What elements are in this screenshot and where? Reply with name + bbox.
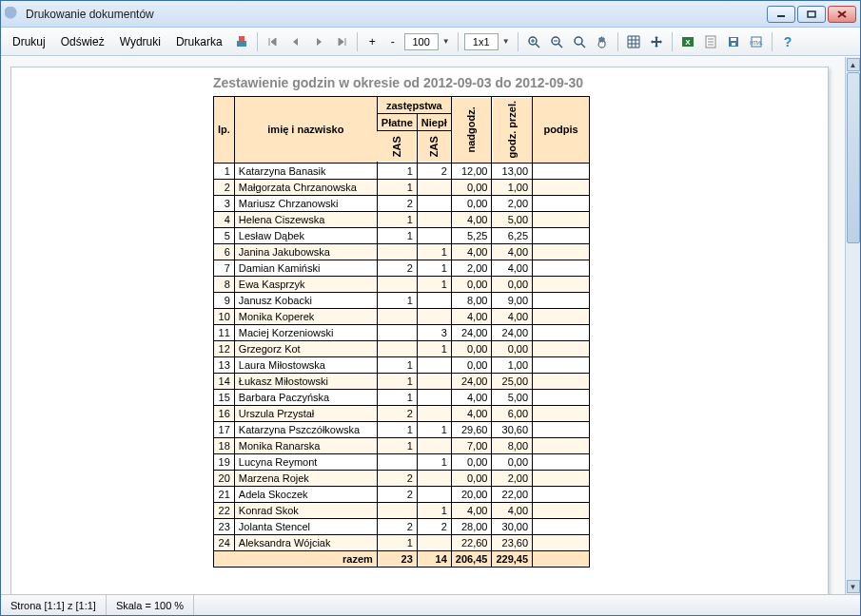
cell-name: Adela Skoczek — [234, 486, 377, 502]
cell-sign — [533, 163, 590, 179]
cell-assigned: 2,00 — [492, 470, 533, 486]
cell-over: 4,00 — [451, 211, 492, 227]
cell-name: Katarzyna Pszczółkowska — [234, 421, 377, 437]
table-row: 6Janina Jakubowska14,004,00 — [214, 243, 590, 260]
col-zas-unpaid: ZAS — [417, 131, 451, 163]
help-icon[interactable]: ? — [778, 32, 797, 51]
cell-lp: 7 — [214, 260, 235, 276]
maximize-button[interactable] — [797, 6, 826, 23]
cell-over: 2,00 — [451, 260, 492, 276]
cell-zas-paid: 2 — [377, 405, 417, 421]
cell-zas-unpaid — [417, 195, 451, 211]
cell-sign — [533, 227, 590, 243]
cell-sign — [533, 340, 590, 356]
cell-zas-unpaid — [417, 534, 451, 550]
scroll-up-button[interactable]: ▲ — [847, 58, 860, 71]
document-area[interactable]: Zestawienie godzin w okresie od 2012-09-… — [1, 57, 845, 594]
scroll-down-button[interactable]: ▼ — [847, 580, 860, 593]
cell-sign — [533, 292, 590, 308]
minimize-button[interactable] — [767, 6, 795, 23]
cell-over: 4,00 — [451, 405, 492, 421]
svg-text:X: X — [685, 38, 691, 47]
cell-sign — [533, 389, 590, 405]
grid-dropdown[interactable]: ▼ — [502, 37, 512, 46]
table-row: 12Grzegorz Kot10,000,00 — [214, 340, 590, 356]
print-button[interactable]: Drukuj — [7, 33, 51, 50]
table-row: 17Katarzyna Pszczółkowska1129,6030,60 — [214, 421, 590, 437]
printer-setup-icon[interactable] — [232, 32, 251, 51]
cell-over: 24,00 — [451, 324, 492, 340]
cell-lp: 16 — [214, 405, 235, 421]
cell-zas-unpaid: 1 — [417, 453, 451, 470]
printouts-button[interactable]: Wydruki — [114, 33, 166, 50]
cell-assigned: 0,00 — [492, 340, 533, 356]
cell-assigned: 4,00 — [492, 243, 533, 260]
workspace: Zestawienie godzin w okresie od 2012-09-… — [1, 56, 860, 594]
cell-assigned: 4,00 — [492, 260, 533, 276]
zoom-out-icon[interactable] — [547, 32, 566, 51]
cell-lp: 4 — [214, 211, 235, 227]
svg-text:?: ? — [783, 35, 792, 48]
separator — [772, 32, 773, 51]
cell-over: 4,00 — [451, 243, 492, 260]
table-row: 24Aleksandra Wójciak122,6023,60 — [214, 534, 590, 550]
cell-assigned: 2,00 — [492, 195, 533, 211]
cell-name: Aleksandra Wójciak — [234, 534, 377, 550]
cell-assigned: 6,25 — [492, 227, 533, 243]
hand-tool-icon[interactable] — [593, 32, 612, 51]
grid-value-input[interactable] — [464, 33, 499, 50]
svg-rect-22 — [731, 38, 736, 41]
report-table: lp. imię i nazwisko zastępstwa nadgodz. … — [213, 96, 590, 568]
table-row: 4Helena Ciszewska14,005,00 — [214, 211, 590, 227]
cell-zas-paid — [377, 453, 417, 470]
table-row: 11Maciej Korzeniowski324,0024,00 — [214, 324, 590, 340]
cell-assigned: 30,00 — [492, 518, 533, 534]
col-over: nadgodz. — [451, 97, 492, 164]
cell-lp: 11 — [214, 324, 235, 340]
zoom-out-button[interactable]: - — [385, 33, 401, 50]
svg-line-14 — [581, 44, 585, 48]
first-page-button[interactable] — [264, 32, 283, 51]
zoom-dropdown[interactable]: ▼ — [442, 37, 452, 46]
grid-icon[interactable] — [624, 32, 643, 51]
cell-name: Janina Jakubowska — [234, 243, 377, 260]
zoom-fit-icon[interactable] — [570, 32, 589, 51]
close-button[interactable] — [828, 6, 856, 23]
scroll-track[interactable] — [847, 72, 860, 579]
cell-lp: 18 — [214, 437, 235, 453]
prev-page-button[interactable] — [286, 32, 305, 51]
cell-over: 0,00 — [451, 179, 492, 195]
cell-name: Lucyna Reymont — [234, 453, 377, 470]
cell-lp: 24 — [214, 534, 235, 550]
cell-sign — [533, 437, 590, 453]
cell-name: Katarzyna Banasik — [234, 163, 377, 179]
scroll-thumb[interactable] — [847, 72, 860, 243]
cell-name: Helena Ciszewska — [234, 211, 377, 227]
cell-zas-unpaid: 2 — [417, 518, 451, 534]
cell-zas-paid — [377, 276, 417, 292]
export-html-icon[interactable]: HTML — [747, 32, 766, 51]
zoom-in-button[interactable]: + — [363, 33, 382, 50]
status-page: Strona [1:1] z [1:1] — [1, 595, 107, 615]
last-page-button[interactable] — [332, 32, 351, 51]
save-icon[interactable] — [724, 32, 743, 51]
separator — [257, 32, 258, 51]
cell-sign — [533, 470, 590, 486]
table-row: 19Lucyna Reymont10,000,00 — [214, 453, 590, 470]
cell-zas-unpaid: 1 — [417, 340, 451, 356]
export-excel-icon[interactable]: X — [678, 32, 697, 51]
move-icon[interactable] — [647, 32, 666, 51]
cell-assigned: 8,00 — [492, 437, 533, 453]
refresh-button[interactable]: Odśwież — [55, 33, 110, 50]
next-page-button[interactable] — [309, 32, 328, 51]
zoom-value-input[interactable] — [404, 33, 439, 50]
cell-zas-paid: 2 — [377, 260, 417, 276]
printer-button[interactable]: Drukarka — [170, 33, 228, 50]
vertical-scrollbar[interactable]: ▲ ▼ — [845, 57, 860, 594]
cell-over: 12,00 — [451, 163, 492, 179]
zoom-in-icon[interactable] — [524, 32, 543, 51]
export-text-icon[interactable] — [701, 32, 720, 51]
table-row: 16Urszula Przystał24,006,00 — [214, 405, 590, 421]
cell-assigned: 30,60 — [492, 421, 533, 437]
cell-zas-paid: 2 — [377, 195, 417, 211]
